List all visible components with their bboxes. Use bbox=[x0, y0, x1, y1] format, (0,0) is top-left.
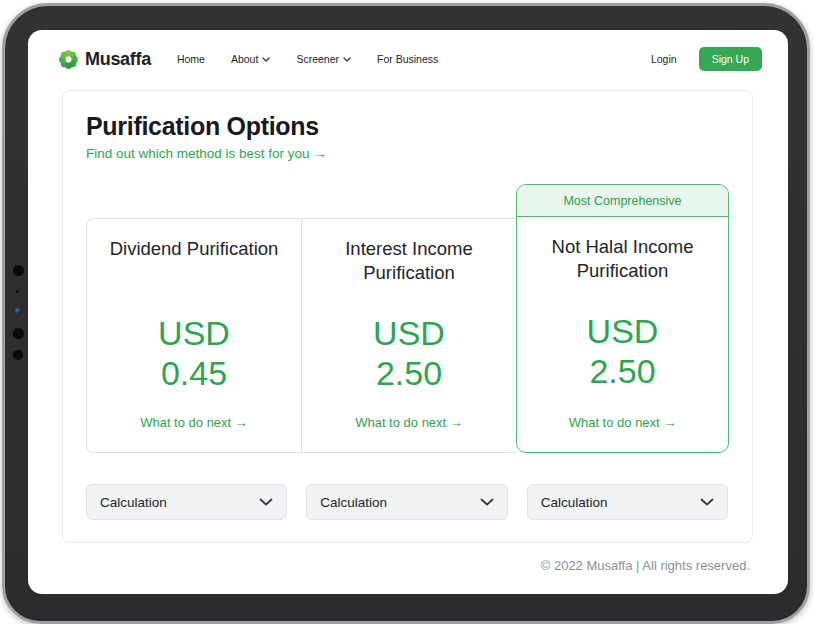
chevron-down-icon bbox=[259, 498, 273, 506]
tablet-frame: Musaffa Home About Screener bbox=[2, 3, 810, 624]
most-comprehensive-badge: Most Comprehensive bbox=[517, 185, 728, 217]
musaffa-flower-icon bbox=[58, 49, 79, 70]
camera-dot-icon bbox=[13, 328, 24, 339]
dropdown-value: Calculation bbox=[100, 495, 167, 510]
what-to-do-next-link[interactable]: What to do next → bbox=[140, 415, 248, 430]
chevron-down-icon bbox=[343, 57, 351, 62]
nav-item-home[interactable]: Home bbox=[177, 53, 205, 65]
chevron-down-icon bbox=[262, 57, 270, 62]
dropdown-value: Calculation bbox=[541, 495, 608, 510]
camera-lens-icon bbox=[15, 308, 21, 314]
card-title: Not Halal Income Purification bbox=[517, 235, 728, 285]
nav-item-label: Screener bbox=[296, 53, 339, 65]
currency-label: USD bbox=[587, 311, 659, 351]
page-title: Purification Options bbox=[86, 112, 729, 141]
navbar: Musaffa Home About Screener bbox=[28, 30, 788, 88]
nav-item-label: For Business bbox=[377, 53, 438, 65]
camera-dot-icon bbox=[13, 350, 23, 360]
login-link[interactable]: Login bbox=[651, 53, 677, 65]
nav-menu: Home About Screener For Business bbox=[177, 53, 438, 65]
what-to-do-next-link[interactable]: What to do next → bbox=[569, 415, 677, 430]
method-help-link[interactable]: Find out which method is best for you → bbox=[86, 146, 327, 161]
calculation-dropdowns: Calculation Calculation Calculation bbox=[86, 484, 728, 520]
camera-dot-small-icon bbox=[16, 290, 19, 293]
nav-item-for-business[interactable]: For Business bbox=[377, 53, 438, 65]
copyright-text: © 2022 Musaffa | All rights reserved. bbox=[28, 558, 750, 573]
card-dividend-purification: Dividend Purification USD 0.45 What to d… bbox=[86, 218, 301, 453]
amount-value: 0.45 bbox=[158, 353, 230, 393]
calculation-dropdown-3[interactable]: Calculation bbox=[527, 484, 728, 520]
brand-name: Musaffa bbox=[85, 49, 151, 70]
currency-label: USD bbox=[373, 313, 445, 353]
card-body: Not Halal Income Purification USD 2.50 W… bbox=[517, 217, 728, 452]
brand-logo[interactable]: Musaffa bbox=[58, 49, 151, 70]
card-amount: USD 2.50 bbox=[587, 311, 659, 391]
calculation-dropdown-2[interactable]: Calculation bbox=[306, 484, 507, 520]
nav-item-label: Home bbox=[177, 53, 205, 65]
amount-value: 2.50 bbox=[587, 351, 659, 391]
card-interest-income-purification: Interest Income Purification USD 2.50 Wh… bbox=[301, 218, 516, 453]
card-amount: USD 2.50 bbox=[373, 313, 445, 393]
currency-label: USD bbox=[158, 313, 230, 353]
purification-cards: Dividend Purification USD 0.45 What to d… bbox=[86, 184, 729, 453]
what-to-do-next-link[interactable]: What to do next → bbox=[355, 415, 463, 430]
chevron-down-icon bbox=[480, 498, 494, 506]
amount-value: 2.50 bbox=[373, 353, 445, 393]
signup-button[interactable]: Sign Up bbox=[699, 47, 762, 71]
dropdown-value: Calculation bbox=[320, 495, 387, 510]
tablet-screen: Musaffa Home About Screener bbox=[28, 30, 788, 594]
nav-item-label: About bbox=[231, 53, 258, 65]
card-title: Dividend Purification bbox=[100, 237, 289, 287]
card-amount: USD 0.45 bbox=[158, 313, 230, 393]
nav-actions: Login Sign Up bbox=[651, 47, 762, 71]
chevron-down-icon bbox=[700, 498, 714, 506]
calculation-dropdown-1[interactable]: Calculation bbox=[86, 484, 287, 520]
card-title: Interest Income Purification bbox=[302, 237, 516, 287]
nav-item-about[interactable]: About bbox=[231, 53, 270, 65]
purification-options-panel: Purification Options Find out which meth… bbox=[62, 90, 753, 543]
nav-item-screener[interactable]: Screener bbox=[296, 53, 351, 65]
camera-dot-icon bbox=[13, 265, 24, 276]
card-not-halal-income-purification: Most Comprehensive Not Halal Income Puri… bbox=[516, 184, 729, 453]
